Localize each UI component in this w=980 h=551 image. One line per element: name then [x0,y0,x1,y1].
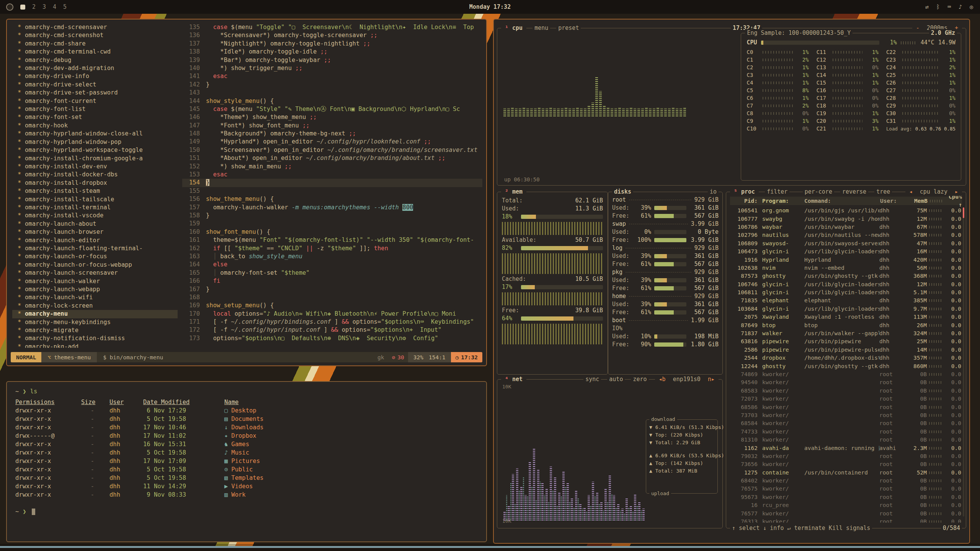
code-line[interactable]: 137 *Nightlight*) omarchy-toggle-nightli… [182,40,482,48]
process-row[interactable]: 68402kworker/root0B0.0 [730,477,961,485]
code-line[interactable]: 162 if [[ "$theme" == "CNCLD" || -z "$th… [182,245,482,253]
code-line[interactable]: 141 esac [182,72,482,80]
process-row[interactable]: 74733kworker/root0B0.0 [730,428,961,436]
process-row[interactable]: 68583kworker/root0B0.0 [730,387,961,395]
code-line[interactable]: 148 *Background*) omarchy-theme-bg-next … [182,130,482,138]
process-row[interactable]: 73703kworker/root0B0.0 [730,411,961,419]
file-item[interactable]: *omarchy-install-chromium-google-a [12,155,178,163]
code-line[interactable]: 170 local options="♪ Audio\n≈ Wifi\n❖ Bl… [182,310,482,318]
process-row[interactable]: 2586pipewire/usr/bin/pipewire-pulsedhh14… [730,346,961,354]
code-line[interactable]: 157 omarchy-launch-walker -m menus:omarc… [182,204,482,212]
process-row[interactable]: 76313kworker/root0B0.0 [730,518,961,523]
code-line[interactable]: 166 fi [182,277,482,285]
file-item[interactable]: *omarchy-drive-set-password [12,89,178,97]
process-row[interactable]: 16rcu_preeroot0B0.0 [730,501,961,509]
process-row[interactable]: 1275containe/usr/bin/containerdroot52M0.… [730,469,961,477]
code-line[interactable]: 168 [182,293,482,302]
file-item[interactable]: *omarchy-launch-floating-terminal- [12,245,178,253]
file-item[interactable]: *omarchy-install-docker-dbs [12,171,178,179]
file-item[interactable]: *omarchy-cmd-screenshot [12,31,178,39]
bluetooth-icon[interactable]: ᛒ [936,3,940,10]
proc-header-memb[interactable]: MemB [905,197,928,205]
proc-header-program[interactable]: Program: [762,197,804,205]
file-item[interactable]: *omarchy-menu-keybindings [12,318,178,326]
code-line[interactable]: 147 *Font*) show_font_menu ;; [182,122,482,130]
file-item[interactable]: *omarchy-launch-wifi [12,293,178,302]
file-item[interactable]: *omarchy-install-terminal [12,204,178,212]
file-item[interactable]: *omarchy-dev-add-migration [12,64,178,72]
process-row[interactable]: 2075XwaylandXwayland :1 -rootless -dhh11… [730,313,961,321]
workspace-2[interactable]: 2 [32,3,36,10]
file-item[interactable]: *omarchy-font-set [12,113,178,121]
code-line[interactable]: 144show_style_menu() { [182,97,482,105]
code-line[interactable]: 139 *Bar*) omarchy-toggle-waybar ;; [182,56,482,64]
process-row[interactable]: 74869kworker/root0B0.0 [730,370,961,378]
process-row[interactable]: 95673kworker/root0B0.0 [730,493,961,501]
file-item[interactable]: *omarchy-launch-browser [12,228,178,236]
code-line[interactable]: 140 *) show_trigger_menu ;; [182,64,482,72]
process-row[interactable]: 1916HyprlandHyprlanddhh420M0.0 [730,256,961,264]
code-line[interactable]: 150 *Screensaver*) open_in_editor ~/.con… [182,146,482,154]
volume-icon[interactable]: ♪ [959,3,962,10]
file-item[interactable]: *omarchy-install-tailscale [12,196,178,204]
file-item[interactable]: *omarchy-lock-screen [12,302,178,310]
code-line[interactable]: 155 [182,187,482,195]
file-item[interactable]: *omarchy-cmd-share [12,40,178,48]
code-line[interactable]: 152 *) show_main_menu ;; [182,163,482,171]
process-row[interactable]: 71835elephantelephantdhh385M0.0 [730,297,961,305]
process-row[interactable]: 73656kworker/root0B0.0 [730,460,961,468]
file-item[interactable]: *omarchy-notification-dismiss [12,334,178,342]
process-row[interactable]: 63816pipewire/usr/bin/pipewiredhh25M0.0 [730,337,961,346]
code-line[interactable]: 146 *Theme*) show_theme_menu ;; [182,113,482,121]
workspace-3[interactable]: 3 [42,3,46,10]
process-row[interactable]: 68584kworker/root0B0.0 [730,419,961,427]
process-row[interactable]: 106541org.gnom/usr/bin/gjs /usr/lib/odhh… [730,207,961,215]
process-row[interactable]: 72073kworker/root0B0.0 [730,395,961,403]
proc-option-tree[interactable]: tree [874,188,892,196]
code-line[interactable]: 136 *Screensaver*) omarchy-toggle-screen… [182,31,482,39]
file-item[interactable]: *omarchy-drive-info [12,72,178,80]
proc-header-user[interactable]: User: [880,197,905,205]
workspace-4[interactable]: 4 [53,3,56,10]
process-row[interactable]: 106746glycin-i/usr/lib/glycin-loadersdhh… [730,280,961,289]
btop-option-preset[interactable]: preset [556,24,581,32]
net-toggle-auto[interactable]: auto [607,375,625,383]
process-row[interactable]: 106786waybar/usr/bin/waybardhh67M0.0 [730,223,961,231]
process-row[interactable]: 106809swayosd-/usr/bin/swayosd-serverdhh… [730,240,961,248]
code-line[interactable]: 145 case $(menu "Style" "✎ Theme\nⒶ Font… [182,105,482,113]
code-line[interactable]: 153 esac [182,171,482,179]
btop-option-menu[interactable]: menu [532,24,550,32]
file-item[interactable]: *omarchy-hook [12,122,178,130]
code-line[interactable]: 169show_setup_menu() { [182,302,482,310]
file-item[interactable]: *omarchy-menu [12,310,178,318]
file-item[interactable]: *omarchy-font-list [12,105,178,113]
power-icon[interactable]: ◎ [970,3,973,10]
code-line[interactable]: 160show_font_menu() { [182,228,482,236]
file-item[interactable]: *omarchy-launch-screensaver [12,269,178,277]
file-item[interactable]: *omarchy-migrate [12,326,178,334]
code-line[interactable]: 173 options="$options\n▢ Defaults\n⊕ DNS… [182,334,482,342]
process-row[interactable]: 71837walker/usr/bin/walker --gappldhh324… [730,329,961,337]
code-line[interactable]: 154} [182,179,482,187]
file-item[interactable]: *omarchy-install-dev-env [12,163,178,171]
process-scrollbar[interactable] [963,207,964,517]
net-toggle-sync[interactable]: sync [583,375,601,383]
process-table-header[interactable]: Pid:Program:Command:User:MemBCpu% ↑ [730,197,962,205]
code-line[interactable]: 163 │ back_to show_style_menu [182,253,482,261]
file-item[interactable]: *omarchy-launch-webapp [12,285,178,293]
file-item[interactable]: *omarchy-hyprland-workspace-toggle [12,146,178,154]
file-item[interactable]: *omarchy-font-current [12,97,178,105]
file-item[interactable]: *omarchy-launch-about [12,220,178,228]
process-scrollbar-thumb[interactable] [963,207,964,218]
file-item[interactable]: *omarchy-hyprland-window-close-all [12,130,178,138]
code-line[interactable]: 138 *Idle*) omarchy-toggle-idle ;; [182,48,482,56]
workspace-5[interactable]: 5 [63,3,67,10]
code-pane[interactable]: 135 case $(menu "Toggle" "▢ Screensaver\… [182,23,482,348]
process-row[interactable]: 103684glycin-i/usr/lib/glycin-loadersdhh… [730,305,961,313]
disks-io-toggle[interactable]: io [708,188,719,196]
process-row[interactable]: 106811glycin-i/usr/lib/glycin-loadersdhh… [730,289,961,297]
code-line[interactable]: 171 [ -f ~/.config/hypr/bindings.conf ] … [182,318,482,326]
file-item[interactable]: *omarchy-install-vscode [12,212,178,220]
file-item[interactable]: *omarchy-debug [12,56,178,64]
omarchy-logo-icon[interactable] [6,3,13,11]
